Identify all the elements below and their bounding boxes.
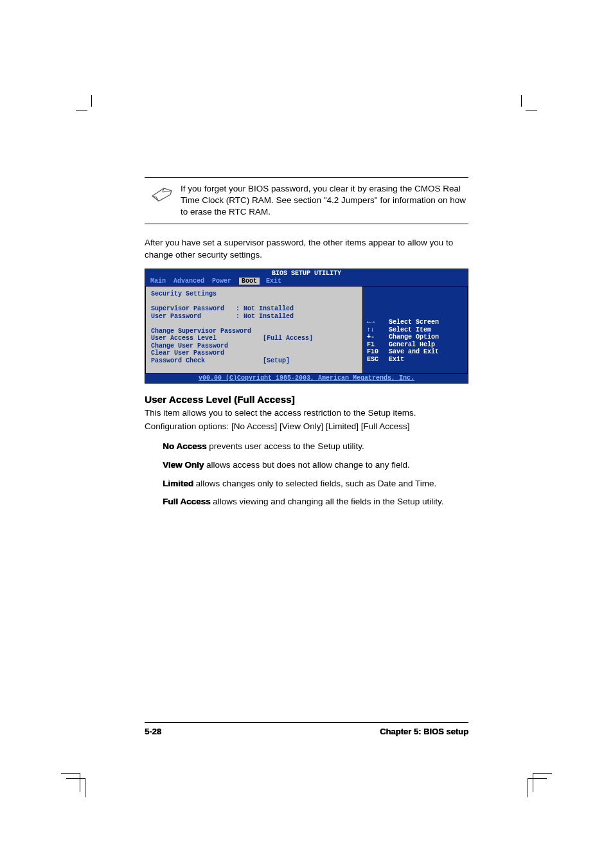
help-txt: Change Option (389, 333, 439, 341)
option-label: Full Access (163, 497, 211, 506)
option-no-access: No Access prevents user access to the Se… (163, 441, 468, 453)
help-txt: General Help (389, 341, 435, 349)
section-heading: User Access Level (Full Access] (145, 394, 468, 405)
intro-paragraph: After you have set a supervisor password… (145, 237, 468, 261)
bios-row-5-val: [Setup] (263, 357, 290, 364)
option-text: allows access but does not allow change … (204, 460, 409, 470)
bios-menu-advanced: Advanced (173, 278, 212, 285)
page-content: If you forget your BIOS password, you cl… (145, 177, 468, 515)
help-txt: Select Item (389, 326, 431, 334)
option-text: prevents user access to the Setup utilit… (207, 441, 364, 451)
help-row: ←→Select Screen (367, 319, 463, 326)
bios-help-panel: ←→Select Screen ↑↓Select Item +-Change O… (362, 286, 468, 374)
option-label: View Only (163, 460, 204, 470)
page-footer: 5-28 Chapter 5: BIOS setup (145, 722, 468, 736)
help-row: F1General Help (367, 341, 463, 349)
bios-row-3: Change User Password (151, 342, 228, 350)
help-txt: Select Screen (389, 319, 439, 326)
option-text: allows viewing and changing all the fiel… (211, 497, 444, 506)
option-full-access: Full Access allows viewing and changing … (163, 496, 468, 508)
bios-row-5-label: Password Check (151, 357, 205, 364)
option-label: No Access (163, 441, 207, 451)
help-row: ESCExit (367, 356, 463, 364)
bios-usr-label: User Password (151, 313, 201, 320)
bios-menu-power: Power (212, 278, 239, 285)
bios-usr-val: : Not Installed (236, 313, 294, 320)
bios-sup-label: Supervisor Password (151, 305, 224, 312)
help-txt: Save and Exit (389, 348, 439, 356)
bios-section-heading: Security Settings (151, 290, 217, 297)
help-key: ←→ (367, 319, 389, 326)
bios-menu-exit: Exit (266, 278, 289, 285)
help-key: ↑↓ (367, 326, 389, 334)
bios-row-1: Change Supervisor Password (151, 328, 251, 335)
bios-screenshot: BIOS SETUP UTILITY Main Advanced Power B… (145, 269, 468, 384)
help-key: F10 (367, 348, 389, 356)
option-text: allows changes only to selected fields, … (193, 479, 436, 488)
bios-title: BIOS SETUP UTILITY (145, 269, 468, 278)
bios-row-2-label: User Access Level (151, 335, 217, 342)
note-icon (145, 183, 181, 218)
bios-menu-boot: Boot (239, 278, 260, 285)
help-txt: Exit (389, 356, 404, 364)
note-box: If you forget your BIOS password, you cl… (145, 177, 468, 224)
bios-left-panel: Security Settings Supervisor Password : … (145, 286, 362, 374)
option-limited: Limited allows changes only to selected … (163, 478, 468, 490)
help-row: +-Change Option (367, 333, 463, 341)
help-key: ESC (367, 356, 389, 364)
bios-sup-val: : Not Installed (236, 305, 294, 312)
options-list: No Access prevents user access to the Se… (163, 441, 468, 509)
bios-row-2-val: [Full Access] (263, 335, 313, 342)
bios-menu: Main Advanced Power Boot Exit (145, 278, 468, 287)
bios-row-4: Clear User Password (151, 350, 224, 357)
help-key: F1 (367, 341, 389, 349)
help-key: +- (367, 333, 389, 341)
bios-footer: v00.00 (C)Copyright 1985-2003, American … (145, 374, 468, 383)
help-row: ↑↓Select Item (367, 326, 463, 334)
bios-menu-main: Main (150, 278, 173, 285)
chapter-label: Chapter 5: BIOS setup (380, 727, 468, 736)
note-text: If you forget your BIOS password, you cl… (181, 183, 468, 218)
section-p1: This item allows you to select the acces… (145, 407, 468, 420)
page-number: 5-28 (145, 727, 161, 736)
section-p2: Configuration options: [No Access] [View… (145, 421, 468, 433)
option-label: Limited (163, 479, 193, 488)
option-view-only: View Only allows access but does not all… (163, 459, 468, 472)
help-row: F10Save and Exit (367, 348, 463, 356)
